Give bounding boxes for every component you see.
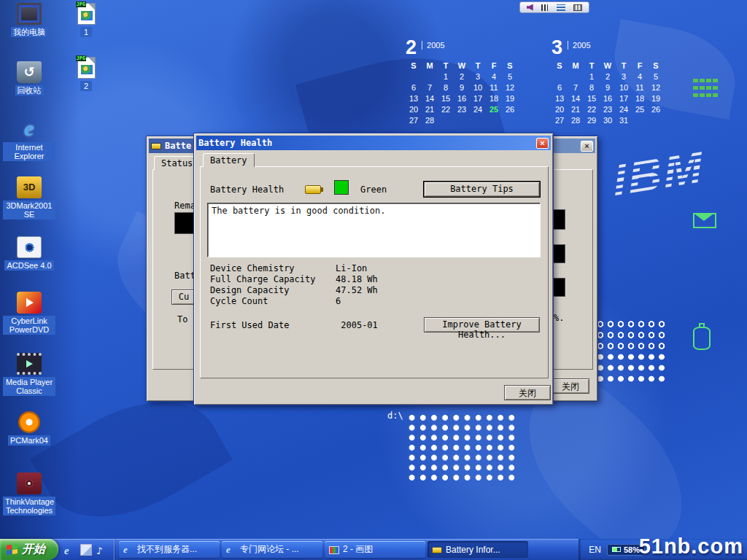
internet-explorer-icon: [17, 118, 42, 140]
calendar-month: 2: [406, 38, 417, 57]
desktop-icon-acdsee[interactable]: ACDSee 4.0: [3, 236, 55, 271]
desktop-icon-thinkvantage[interactable]: ThinkVantage Technologies: [3, 472, 55, 516]
calendar-day: 14: [568, 94, 584, 103]
watermark: 51nb.com: [639, 534, 743, 559]
calendar-dow: S: [648, 61, 664, 70]
desktop-icon-media-player-classic[interactable]: Media Player Classic: [3, 353, 55, 397]
calendar-day: [568, 72, 584, 81]
improve-battery-health-button[interactable]: Improve Battery Health...: [424, 317, 540, 332]
field-value: 47.52 Wh: [336, 285, 378, 295]
calendar-day: 24: [616, 105, 632, 114]
desktop-icon-powerdvd[interactable]: CyberLink PowerDVD: [3, 292, 55, 335]
calendar-day: 25: [486, 105, 502, 114]
battery-label: Batt: [174, 271, 196, 281]
slider-icon[interactable]: [557, 4, 565, 11]
calendar-day: 10: [616, 83, 632, 92]
calendar-day: 3: [470, 72, 486, 81]
desktop-icon-pcmark[interactable]: PCMark04: [3, 411, 55, 446]
my-computer-icon: [17, 3, 42, 25]
calendar-day: [438, 116, 454, 125]
notes-icon[interactable]: [541, 4, 548, 11]
calendar-day: 4: [632, 72, 648, 81]
desktop-icon-recycle-bin[interactable]: 回收站: [3, 61, 55, 96]
calendar-day: 12: [648, 83, 664, 92]
media-player-quicklaunch-icon[interactable]: [96, 544, 108, 556]
wallpaper-calendar: 32005SMTWTFS1234567891011121314151617181…: [551, 38, 664, 125]
field-label: Full Charge Capacity: [210, 274, 336, 284]
calendar-day: 17: [616, 94, 632, 103]
health-status-swatch: [334, 180, 349, 195]
calendar-day: 20: [551, 105, 568, 114]
taskbar-task[interactable]: 找不到服务器...: [119, 541, 220, 558]
taskbar-task[interactable]: Battery Infor...: [427, 541, 528, 558]
start-button[interactable]: 开始: [0, 539, 58, 560]
language-indicator[interactable]: EN: [589, 545, 601, 555]
calendar-dow: T: [616, 61, 632, 70]
grid-icon: [693, 79, 719, 99]
task-label: 2 - 画图: [343, 543, 373, 556]
dot-pattern-outline: [595, 319, 667, 351]
battery-icon: [305, 185, 321, 194]
tab-battery[interactable]: Battery: [203, 153, 255, 167]
desktop-icon-internet-explorer[interactable]: Internet Explorer: [3, 118, 55, 162]
calendar-day: [502, 116, 518, 125]
field-row: Cycle Count6: [210, 296, 538, 307]
internet-explorer-quicklaunch-icon[interactable]: [64, 544, 76, 556]
calendar-day: 8: [438, 83, 454, 92]
calendar-day: 21: [568, 105, 584, 114]
quick-launch: [58, 539, 115, 560]
calendar-day: 27: [406, 116, 422, 125]
battery-health-titlebar[interactable]: Battery Health ×: [196, 136, 551, 150]
close-button[interactable]: 关闭: [504, 385, 551, 400]
windows-flag-icon: [7, 544, 18, 555]
tray-battery-percent: 58%: [624, 545, 640, 554]
calendar-day: 19: [648, 94, 664, 103]
3dmark-icon: [17, 176, 42, 198]
calendar-day: 11: [632, 83, 648, 92]
field-row: Design Capacity47.52 Wh: [210, 285, 538, 296]
calendar-day: 28: [422, 116, 438, 125]
calendar-day: [454, 116, 470, 125]
close-button[interactable]: 关闭: [551, 378, 589, 394]
field-row: Device ChemistryLi-Ion: [210, 263, 538, 274]
calendar-day: 11: [486, 83, 502, 92]
gauge-graphic: [552, 209, 565, 230]
calendar-day: 6: [551, 83, 568, 92]
recycle-bin-icon: [17, 61, 42, 83]
calendar-day: 26: [502, 105, 518, 114]
calendar-day: 24: [470, 105, 486, 114]
speaker-icon[interactable]: [527, 4, 533, 11]
taskbar-task[interactable]: 专门网论坛 - ...: [222, 541, 322, 558]
desktop-icon-label: Media Player Classic: [3, 377, 55, 396]
start-label: 开始: [22, 542, 45, 557]
taskbar: 开始 找不到服务器...专门网论坛 - ...2 - 画图Battery Inf…: [0, 539, 747, 560]
task-label: 找不到服务器...: [137, 543, 197, 556]
desktop-icon-3dmark[interactable]: 3DMark2001 SE: [3, 176, 55, 220]
show-desktop-quicklaunch-icon[interactable]: [80, 544, 92, 556]
desktop-icon-jpg-2[interactable]: JPG2: [67, 57, 105, 92]
battery-health-title: Battery Health: [198, 138, 272, 148]
desktop-icon-my-computer[interactable]: 我的电脑: [3, 3, 55, 38]
calendar-day: 26: [648, 105, 664, 114]
cu-button[interactable]: Cu: [171, 289, 196, 305]
battery-tips-button[interactable]: Battery Tips: [424, 182, 540, 197]
calendar-day: 9: [454, 83, 470, 92]
keyboard-icon[interactable]: [573, 4, 582, 11]
calendar-day: 13: [551, 94, 568, 103]
calendar-year: 2005: [568, 41, 590, 50]
media-player-classic-icon: [17, 353, 42, 375]
floating-toolbar[interactable]: [519, 1, 589, 13]
close-icon[interactable]: ×: [536, 138, 549, 149]
close-icon[interactable]: ×: [581, 141, 593, 152]
field-label: First Used Date: [210, 320, 336, 330]
calendar-day: 18: [486, 94, 502, 103]
field-value: 6: [336, 296, 341, 306]
calendar-day: [422, 72, 438, 81]
calendar-dow: S: [406, 61, 422, 70]
desktop-icon-jpg-1[interactable]: JPG1: [67, 3, 105, 38]
taskbar-task[interactable]: 2 - 画图: [325, 541, 425, 558]
condition-textbox[interactable]: The battery is in good condition.: [207, 203, 541, 257]
paint-icon: [329, 546, 339, 554]
calendar-day: 20: [406, 105, 422, 114]
dot-pattern-filled: [595, 351, 667, 384]
